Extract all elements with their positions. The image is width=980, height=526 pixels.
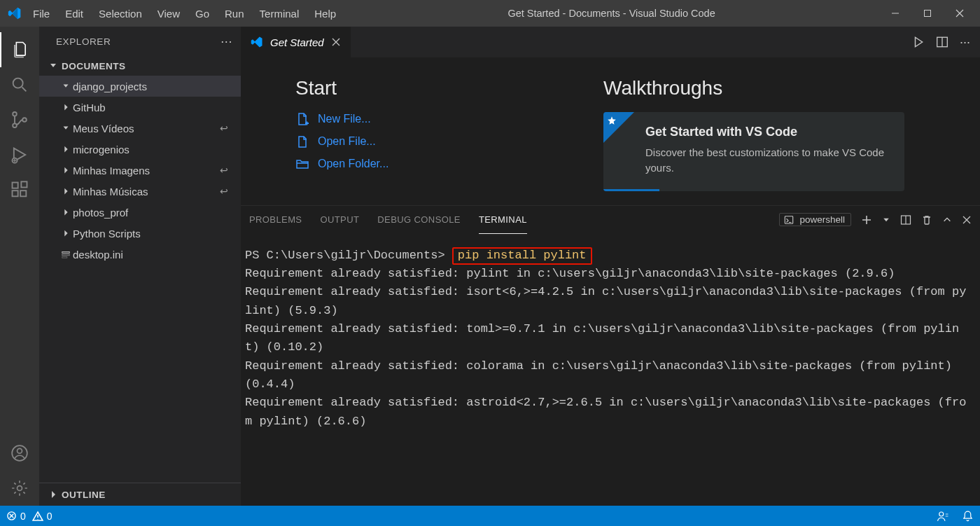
menu-file[interactable]: File — [25, 0, 57, 27]
panel-tab-terminal[interactable]: TERMINAL — [479, 206, 527, 234]
chevron-down-icon — [59, 123, 73, 133]
panel: PROBLEMS OUTPUT DEBUG CONSOLE TERMINAL p… — [241, 205, 980, 506]
editor-actions: ··· — [912, 27, 980, 57]
open-folder-link[interactable]: Open Folder... — [295, 157, 561, 171]
svg-rect-14 — [62, 254, 70, 256]
chevron-right-icon — [59, 207, 73, 217]
extensions-tab-icon[interactable] — [0, 172, 39, 207]
maximize-button[interactable] — [911, 0, 944, 27]
new-terminal-icon[interactable] — [861, 214, 872, 226]
tree-label: GitHub — [73, 102, 106, 113]
more-icon[interactable]: ··· — [960, 35, 970, 50]
terminal-line: Requirement already satisfied: toml>=0.7… — [245, 322, 959, 354]
link-label: Open File... — [318, 135, 376, 148]
chevron-right-icon — [59, 102, 73, 112]
tree-item-django-projects[interactable]: django_projects — [39, 76, 241, 97]
svg-rect-7 — [13, 191, 18, 196]
terminal-output[interactable]: PS C:\Users\giljr\Documents> pip install… — [241, 234, 980, 506]
terminal-prompt: PS C:\Users\giljr\Documents> — [245, 249, 452, 262]
status-feedback-icon[interactable] — [930, 506, 955, 526]
tree-item-photos-prof[interactable]: photos_prof — [39, 202, 241, 223]
run-debug-tab-icon[interactable] — [0, 137, 39, 172]
chevron-right-icon — [59, 165, 73, 175]
terminal-shell-selector[interactable]: powershell — [779, 213, 851, 226]
maximize-panel-icon[interactable] — [942, 215, 952, 225]
chevron-right-icon — [59, 144, 73, 154]
menu-go[interactable]: Go — [188, 0, 217, 27]
svg-point-12 — [18, 486, 22, 491]
chevron-right-icon — [59, 228, 73, 238]
open-file-link[interactable]: Open File... — [295, 134, 561, 148]
run-icon[interactable] — [912, 36, 925, 48]
close-tab-icon[interactable] — [331, 37, 341, 47]
terminal-line: Requirement already satisfied: colorama … — [245, 359, 959, 391]
search-tab-icon[interactable] — [0, 67, 39, 102]
terminal-dropdown-icon[interactable] — [882, 216, 890, 224]
menu-help[interactable]: Help — [307, 0, 344, 27]
tree-label: Minhas Imagens — [73, 165, 150, 177]
sidebar-more-icon[interactable]: ··· — [220, 34, 232, 49]
terminal-line: Requirement already satisfied: isort<6,>… — [245, 285, 966, 317]
menu-run[interactable]: Run — [217, 0, 252, 27]
window-title: Get Started - Documents - Visual Studio … — [344, 8, 879, 19]
walkthroughs-heading: Walkthroughs — [603, 77, 904, 99]
shell-name: powershell — [799, 214, 845, 225]
svg-rect-6 — [13, 183, 18, 188]
menu-view[interactable]: View — [150, 0, 188, 27]
accounts-icon[interactable] — [0, 436, 39, 471]
split-editor-icon[interactable] — [936, 36, 948, 48]
tree-item-github[interactable]: GitHub — [39, 97, 241, 118]
menu-edit[interactable]: Edit — [57, 0, 91, 27]
tree-item-desktop-ini[interactable]: desktop.ini — [39, 244, 241, 265]
start-heading: Start — [295, 77, 561, 99]
editor-tabs: Get Started ··· — [241, 27, 980, 57]
status-bell-icon[interactable] — [955, 506, 980, 526]
svg-rect-8 — [20, 191, 26, 196]
panel-tab-debug-console[interactable]: DEBUG CONSOLE — [377, 206, 461, 234]
welcome-page: Start New File... Open File... Open F — [241, 57, 980, 205]
tree-item-meus-videos[interactable]: Meus Vídeos ↩ — [39, 118, 241, 139]
minimize-button[interactable] — [879, 0, 911, 27]
status-warnings[interactable]: 0 — [32, 506, 59, 526]
tree-item-microgenios[interactable]: microgenios — [39, 139, 241, 160]
explorer-tab-icon[interactable] — [0, 32, 39, 67]
panel-tab-output[interactable]: OUTPUT — [320, 206, 359, 234]
tab-get-started[interactable]: Get Started — [241, 27, 351, 57]
close-panel-icon[interactable] — [962, 215, 972, 225]
tree-label: Minhas Músicas — [73, 186, 148, 198]
walk-card-title: Get Started with VS Code — [645, 125, 889, 139]
walkthrough-card[interactable]: Get Started with VS Code Discover the be… — [603, 112, 904, 191]
menu-terminal[interactable]: Terminal — [252, 0, 307, 27]
outline-section[interactable]: OUTLINE — [39, 483, 241, 506]
tree-item-python-scripts[interactable]: Python Scripts — [39, 223, 241, 244]
chevron-down-icon — [59, 81, 73, 91]
svg-point-20 — [939, 512, 944, 516]
sidebar-title: EXPLORER — [56, 36, 111, 47]
svg-rect-15 — [62, 257, 67, 258]
svg-rect-9 — [21, 181, 27, 187]
status-errors[interactable]: 0 — [0, 506, 32, 526]
gear-icon[interactable] — [0, 471, 39, 506]
source-control-tab-icon[interactable] — [0, 102, 39, 137]
menu-selection[interactable]: Selection — [91, 0, 150, 27]
chevron-down-icon — [48, 60, 59, 71]
file-icon — [59, 249, 73, 259]
folder-root-label: DOCUMENTS — [62, 61, 126, 71]
tree-item-minhas-imagens[interactable]: Minhas Imagens ↩ — [39, 160, 241, 181]
kill-terminal-icon[interactable] — [921, 214, 932, 226]
explorer-sidebar: EXPLORER ··· DOCUMENTS django_projects G… — [39, 27, 241, 506]
window-controls — [879, 0, 976, 27]
tree-item-minhas-musicas[interactable]: Minhas Músicas ↩ — [39, 181, 241, 202]
vscode-logo-icon — [4, 6, 25, 20]
activity-bar — [0, 27, 39, 506]
link-label: New File... — [318, 113, 371, 125]
terminal-line: Requirement already satisfied: astroid<2… — [245, 396, 966, 427]
svg-point-1 — [13, 78, 23, 88]
folder-root[interactable]: DOCUMENTS — [39, 56, 241, 76]
link-label: Open Folder... — [318, 158, 388, 170]
new-file-link[interactable]: New File... — [295, 112, 561, 126]
chevron-right-icon — [59, 186, 73, 196]
close-button[interactable] — [944, 0, 976, 27]
panel-tab-problems[interactable]: PROBLEMS — [249, 206, 302, 234]
split-terminal-icon[interactable] — [900, 214, 911, 226]
